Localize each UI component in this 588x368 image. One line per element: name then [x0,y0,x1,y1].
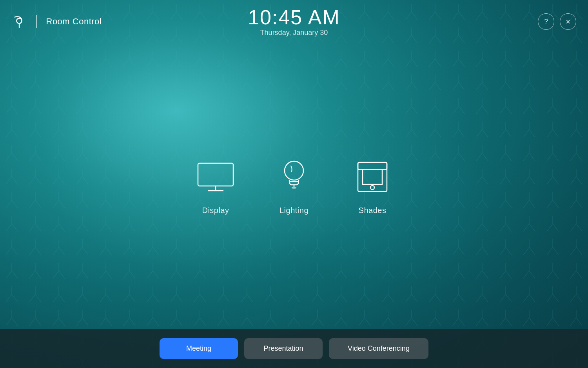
lighting-icon [278,157,310,197]
tab-meeting[interactable]: Meeting [160,338,238,359]
lighting-label: Lighting [279,206,309,215]
clock-area: 10:45 AM Thursday, January 30 [248,6,340,37]
tab-video-conferencing[interactable]: Video Conferencing [329,338,428,359]
svg-rect-1 [198,163,233,186]
header: Room Control 10:45 AM Thursday, January … [0,0,588,43]
poly-logo-icon [12,14,27,29]
poly-logo [12,14,27,29]
display-control[interactable]: Display [192,157,239,215]
display-label: Display [202,206,229,215]
shades-icon [355,159,390,195]
tab-presentation[interactable]: Presentation [244,338,323,359]
svg-rect-11 [363,169,382,184]
clock-date: Thursday, January 30 [248,29,340,37]
close-button[interactable]: × [560,13,576,30]
logo-area: Room Control [12,14,102,29]
help-icon: ? [544,18,548,26]
lighting-control[interactable]: Lighting [270,157,318,215]
svg-rect-10 [358,162,387,169]
svg-point-4 [285,161,303,180]
shades-icon-area [353,157,392,197]
main-content: Display Lighting [0,43,588,329]
clock-time: 10:45 AM [248,6,340,29]
app-title: Room Control [46,16,102,27]
svg-point-0 [16,18,22,23]
shades-control[interactable]: Shades [349,157,396,215]
shades-label: Shades [359,206,387,215]
lighting-icon-area [274,157,314,197]
logo-divider [36,15,37,28]
header-actions: ? × [538,13,576,30]
help-button[interactable]: ? [538,13,554,30]
bottom-bar: Meeting Presentation Video Conferencing [0,329,588,368]
close-icon: × [566,17,570,26]
display-icon [196,161,235,193]
svg-point-12 [370,186,374,189]
display-icon-area [196,157,235,197]
controls-row: Display Lighting [192,157,396,215]
